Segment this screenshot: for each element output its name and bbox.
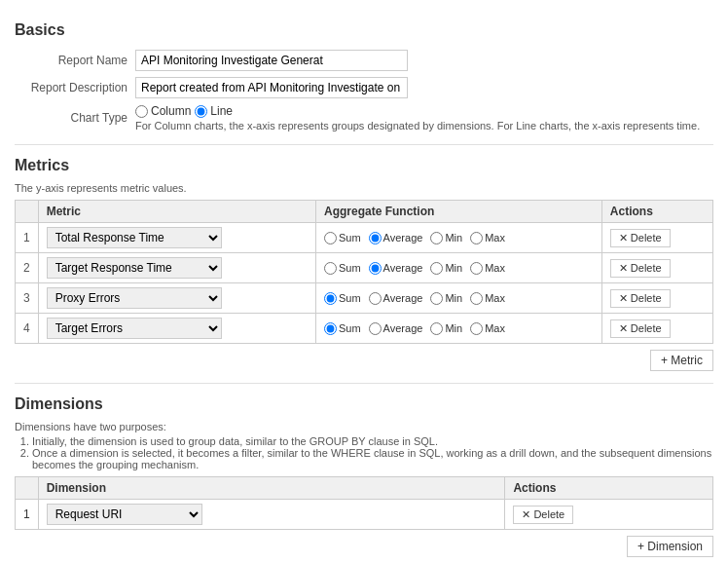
dim-col-num bbox=[16, 477, 39, 500]
metrics-desc: The y-axis represents metric values. bbox=[15, 182, 713, 194]
chart-type-column-text: Column bbox=[151, 104, 191, 118]
agg-radio[interactable] bbox=[369, 322, 382, 335]
metric-row-num: 3 bbox=[16, 283, 39, 314]
agg-option-label[interactable]: Max bbox=[470, 232, 505, 244]
metric-row-num: 2 bbox=[16, 253, 39, 283]
agg-option-label[interactable]: Max bbox=[470, 292, 505, 305]
dimensions-title: Dimensions bbox=[15, 395, 713, 413]
add-metric-row: + Metric bbox=[15, 350, 713, 371]
table-row: 3Proxy ErrorsSumAverageMinMax✕ Delete bbox=[16, 283, 713, 314]
agg-option-label[interactable]: Sum bbox=[324, 262, 361, 275]
agg-option-label[interactable]: Max bbox=[470, 322, 505, 335]
actions-cell: ✕ Delete bbox=[601, 253, 712, 283]
agg-option-text: Sum bbox=[339, 322, 361, 334]
agg-option-text: Average bbox=[383, 262, 423, 274]
delete-dimension-button[interactable]: ✕ Delete bbox=[513, 506, 573, 524]
agg-option-text: Sum bbox=[339, 262, 361, 274]
table-row: 1Request URI✕ Delete bbox=[16, 500, 713, 530]
agg-option-label[interactable]: Min bbox=[430, 262, 462, 275]
dimensions-info-2: Once a dimension is selected, it becomes… bbox=[32, 447, 713, 470]
chart-type-label: Chart Type bbox=[15, 101, 131, 134]
aggregate-cell: SumAverageMinMax bbox=[315, 223, 601, 253]
agg-radio[interactable] bbox=[324, 262, 337, 275]
add-metric-button[interactable]: + Metric bbox=[650, 350, 713, 371]
delete-metric-button[interactable]: ✕ Delete bbox=[610, 289, 671, 308]
agg-radio[interactable] bbox=[430, 292, 443, 305]
chart-type-line-label[interactable]: Line bbox=[195, 104, 233, 118]
chart-type-column-radio[interactable] bbox=[135, 105, 148, 118]
metrics-col-metric: Metric bbox=[38, 201, 315, 223]
x-icon: ✕ bbox=[619, 262, 628, 275]
metric-row-num: 4 bbox=[16, 314, 39, 344]
dimensions-table: Dimension Actions 1Request URI✕ Delete bbox=[15, 476, 713, 530]
actions-cell: ✕ Delete bbox=[601, 314, 712, 344]
agg-option-text: Max bbox=[485, 262, 505, 274]
agg-option-text: Min bbox=[445, 262, 462, 274]
agg-radio[interactable] bbox=[430, 322, 443, 335]
agg-option-text: Max bbox=[485, 322, 505, 334]
agg-option-label[interactable]: Min bbox=[430, 322, 462, 335]
metrics-title: Metrics bbox=[15, 157, 713, 174]
x-icon: ✕ bbox=[522, 508, 530, 521]
agg-option-text: Sum bbox=[339, 232, 361, 244]
metric-select[interactable]: Total Response Time bbox=[47, 227, 222, 248]
chart-type-line-text: Line bbox=[210, 104, 233, 118]
agg-radio[interactable] bbox=[470, 262, 483, 275]
chart-type-note: For Column charts, the x-axis represents… bbox=[135, 120, 710, 131]
report-desc-input[interactable] bbox=[135, 77, 408, 98]
agg-option-label[interactable]: Min bbox=[430, 232, 462, 244]
metric-select[interactable]: Target Errors bbox=[47, 318, 222, 339]
table-row: 4Target ErrorsSumAverageMinMax✕ Delete bbox=[16, 314, 713, 344]
dimension-select-cell: Request URI bbox=[38, 500, 505, 530]
dimensions-section: Dimensions Dimensions have two purposes:… bbox=[15, 395, 713, 557]
agg-radio[interactable] bbox=[324, 232, 337, 244]
agg-radio[interactable] bbox=[369, 292, 382, 305]
agg-option-label[interactable]: Sum bbox=[324, 232, 361, 244]
delete-metric-button[interactable]: ✕ Delete bbox=[610, 319, 671, 338]
agg-option-label[interactable]: Max bbox=[470, 262, 505, 275]
agg-option-label[interactable]: Average bbox=[369, 262, 423, 275]
agg-option-label[interactable]: Average bbox=[369, 292, 423, 305]
delete-metric-button[interactable]: ✕ Delete bbox=[610, 229, 671, 247]
divider-2 bbox=[15, 383, 713, 384]
agg-radio[interactable] bbox=[430, 262, 443, 275]
delete-metric-button[interactable]: ✕ Delete bbox=[610, 259, 671, 278]
metric-select-cell: Target Response Time bbox=[38, 253, 315, 283]
agg-radio[interactable] bbox=[470, 292, 483, 305]
metric-select-cell: Total Response Time bbox=[38, 223, 315, 253]
metric-select-cell: Target Errors bbox=[38, 314, 315, 344]
report-name-input[interactable] bbox=[135, 50, 408, 71]
agg-radio[interactable] bbox=[324, 292, 337, 305]
actions-cell: ✕ Delete bbox=[601, 283, 712, 314]
agg-option-label[interactable]: Sum bbox=[324, 292, 361, 305]
dim-row-num: 1 bbox=[16, 500, 39, 530]
add-dimension-button[interactable]: + Dimension bbox=[627, 536, 713, 557]
dimension-select[interactable]: Request URI bbox=[47, 504, 202, 525]
agg-option-label[interactable]: Sum bbox=[324, 322, 361, 335]
chart-type-column-label[interactable]: Column bbox=[135, 104, 191, 118]
report-name-label: Report Name bbox=[15, 47, 131, 74]
metrics-col-aggregate: Aggregate Function bbox=[315, 201, 601, 223]
metric-select[interactable]: Proxy Errors bbox=[47, 287, 222, 309]
basics-table: Report Name Report Description Chart Typ… bbox=[15, 47, 713, 134]
x-icon: ✕ bbox=[619, 232, 628, 244]
table-row: 1Total Response TimeSumAverageMinMax✕ De… bbox=[16, 223, 713, 253]
agg-radio[interactable] bbox=[369, 262, 382, 275]
agg-option-label[interactable]: Average bbox=[369, 232, 423, 244]
metric-row-num: 1 bbox=[16, 223, 39, 253]
dim-col-actions: Actions bbox=[505, 477, 713, 500]
agg-option-label[interactable]: Min bbox=[430, 292, 462, 305]
actions-cell: ✕ Delete bbox=[601, 223, 712, 253]
agg-option-text: Max bbox=[485, 232, 505, 244]
agg-option-text: Sum bbox=[339, 292, 361, 304]
chart-type-line-radio[interactable] bbox=[195, 105, 207, 118]
agg-radio[interactable] bbox=[324, 322, 337, 335]
dim-actions-cell: ✕ Delete bbox=[505, 500, 713, 530]
agg-option-label[interactable]: Average bbox=[369, 322, 423, 335]
agg-radio[interactable] bbox=[430, 232, 443, 244]
agg-radio[interactable] bbox=[470, 232, 483, 244]
dimensions-info-1: Initially, the dimension is used to grou… bbox=[32, 435, 713, 447]
agg-radio[interactable] bbox=[369, 232, 382, 244]
metric-select[interactable]: Target Response Time bbox=[47, 257, 222, 279]
agg-radio[interactable] bbox=[470, 322, 483, 335]
